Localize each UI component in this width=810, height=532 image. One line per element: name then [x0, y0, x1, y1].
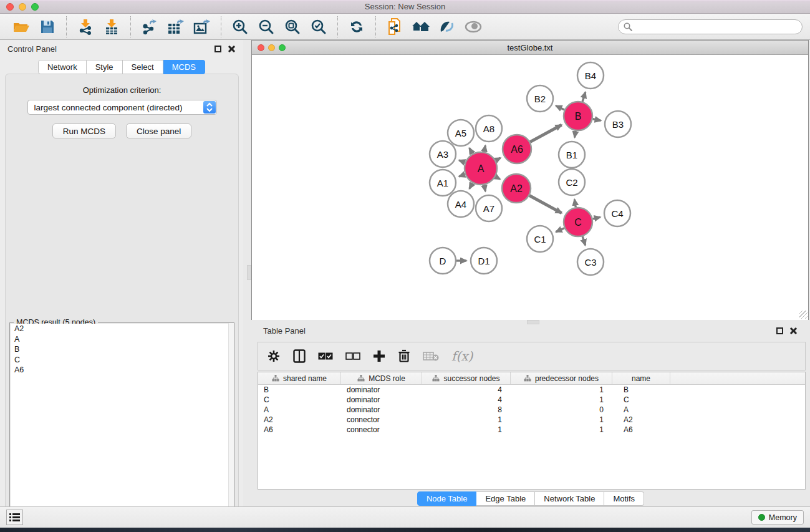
function-builder-button[interactable]: f(x)	[451, 349, 473, 364]
node-B1[interactable]: B1	[559, 142, 585, 168]
node-A[interactable]: A	[465, 152, 497, 185]
home-button[interactable]	[410, 16, 432, 37]
close-table-panel-icon[interactable]	[789, 327, 798, 335]
export-image-button[interactable]	[191, 16, 213, 37]
edge-A-A4[interactable]	[470, 183, 473, 189]
task-history-button[interactable]	[6, 510, 23, 525]
column-header-name[interactable]: name	[612, 372, 670, 384]
edge-A-A1[interactable]	[459, 175, 465, 177]
node-A1[interactable]: A1	[430, 170, 456, 196]
node-A8[interactable]: A8	[476, 115, 502, 142]
table-row[interactable]: Bdominator41B	[258, 385, 805, 395]
float-panel-icon[interactable]	[215, 46, 221, 52]
close-panel-button[interactable]: Close panel	[126, 123, 191, 138]
export-table-button[interactable]	[165, 16, 187, 37]
tab-edge-table[interactable]: Edge Table	[476, 491, 535, 506]
optimization-criterion-select[interactable]: largest connected component (directed)	[27, 100, 217, 115]
node-A4[interactable]: A4	[448, 191, 474, 217]
zoom-fit-button[interactable]	[281, 16, 304, 37]
tab-node-table[interactable]: Node Table	[417, 491, 477, 506]
node-A6[interactable]: A6	[503, 135, 531, 163]
table-row[interactable]: Cdominator41C	[258, 395, 805, 405]
node-C2[interactable]: C2	[559, 169, 585, 195]
network-window-titlebar[interactable]: testGlobe.txt	[252, 41, 808, 55]
add-button[interactable]	[373, 350, 385, 362]
edge-A-A3[interactable]	[459, 160, 465, 163]
edge-C-C3[interactable]	[582, 236, 585, 245]
column-header-predecessor-nodes[interactable]: predecessor nodes	[511, 372, 612, 384]
table-row[interactable]: A2connector11A2	[258, 415, 805, 425]
column-header-MCDS-role[interactable]: MCDS role	[341, 372, 422, 384]
memory-button[interactable]: Memory	[751, 510, 804, 525]
result-item[interactable]: A6	[11, 365, 233, 375]
show-graphics-details-button[interactable]	[436, 16, 458, 37]
search-input[interactable]	[618, 19, 803, 34]
edge-B-B1[interactable]	[574, 131, 576, 138]
edge-A6-B[interactable]	[530, 125, 562, 142]
edge-A2-C[interactable]	[529, 195, 562, 213]
edge-B-B3[interactable]	[593, 119, 601, 121]
deselect-all-button[interactable]	[345, 352, 360, 360]
edge-C-C1[interactable]	[556, 228, 564, 232]
column-header-successor-nodes[interactable]: successor nodes	[422, 372, 511, 384]
maximize-network-icon[interactable]	[279, 44, 286, 51]
maximize-window-icon[interactable]	[31, 3, 39, 11]
node-B2[interactable]: B2	[527, 85, 553, 112]
edge-A-A8[interactable]	[484, 145, 485, 152]
result-item[interactable]: A	[11, 334, 233, 345]
panel-divider-grip[interactable]	[247, 265, 251, 280]
table-row[interactable]: Adominator80A	[258, 405, 805, 415]
edge-C-C2[interactable]	[574, 200, 576, 208]
show-columns-button[interactable]	[293, 349, 306, 363]
tab-network[interactable]: Network	[38, 60, 87, 74]
result-item[interactable]: A2	[11, 324, 233, 334]
window-resize-grip[interactable]	[799, 311, 808, 319]
delete-button[interactable]	[398, 349, 410, 363]
node-A5[interactable]: A5	[448, 120, 474, 146]
result-list-scrollbar[interactable]	[228, 323, 234, 532]
close-window-icon[interactable]	[6, 3, 14, 11]
edge-A-A2[interactable]	[496, 177, 500, 179]
minimize-window-icon[interactable]	[19, 3, 26, 11]
export-network-button[interactable]	[138, 16, 161, 37]
node-A7[interactable]: A7	[476, 195, 502, 221]
import-network-button[interactable]	[74, 16, 97, 37]
table-body[interactable]: Bdominator41BCdominator41CAdominator80AA…	[258, 385, 805, 435]
edge-A-A5[interactable]	[470, 148, 473, 153]
node-B[interactable]: B	[564, 102, 592, 130]
node-A2[interactable]: A2	[502, 174, 531, 203]
close-network-icon[interactable]	[258, 44, 264, 51]
edge-A-A7[interactable]	[484, 185, 485, 191]
column-header-shared-name[interactable]: shared name	[258, 372, 341, 384]
edge-B-B2[interactable]	[556, 106, 564, 110]
node-A3[interactable]: A3	[430, 141, 456, 167]
hide-graphics-details-button[interactable]	[462, 16, 485, 37]
node-C4[interactable]: C4	[604, 200, 630, 226]
tab-motifs[interactable]: Motifs	[604, 491, 644, 506]
node-C[interactable]: C	[564, 208, 592, 236]
tab-style[interactable]: Style	[87, 60, 123, 74]
new-network-button[interactable]	[383, 16, 406, 37]
table-options-button[interactable]	[267, 349, 281, 363]
result-item[interactable]: C	[11, 355, 233, 365]
edge-A-A6[interactable]	[496, 158, 501, 160]
tab-mcds[interactable]: MCDS	[163, 60, 205, 74]
import-table-button[interactable]	[100, 16, 123, 37]
node-B4[interactable]: B4	[577, 62, 604, 89]
run-mcds-button[interactable]: Run MCDS	[52, 123, 116, 138]
open-file-button[interactable]	[10, 16, 32, 37]
zoom-in-button[interactable]	[229, 16, 251, 37]
select-all-button[interactable]	[318, 352, 333, 360]
delete-table-button[interactable]	[423, 351, 439, 361]
edge-C-C4[interactable]	[592, 217, 600, 219]
table-row[interactable]: A6connector11A6	[258, 425, 805, 435]
zoom-out-button[interactable]	[255, 16, 277, 37]
tab-network-table[interactable]: Network Table	[535, 491, 604, 506]
tab-select[interactable]: Select	[123, 60, 163, 74]
node-B3[interactable]: B3	[605, 111, 631, 137]
close-panel-icon[interactable]	[228, 45, 236, 53]
minimize-network-icon[interactable]	[268, 44, 275, 51]
float-table-panel-icon[interactable]	[776, 327, 783, 334]
save-session-button[interactable]	[36, 16, 59, 37]
result-item[interactable]: B	[11, 344, 233, 355]
